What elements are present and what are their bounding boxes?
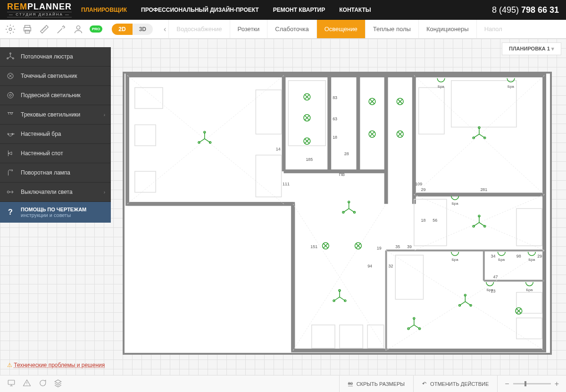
svg-text:281: 281 xyxy=(480,187,487,192)
view-3d-button[interactable]: 3D xyxy=(133,24,153,35)
svg-text:56: 56 xyxy=(433,218,437,223)
dims-badge: 80 xyxy=(348,381,353,386)
svg-text:47: 47 xyxy=(493,275,498,279)
undo-button[interactable]: ↶ ОТМЕНИТЬ ДЕЙСТВИЕ xyxy=(413,375,497,392)
view-2d-button[interactable]: 2D xyxy=(112,24,132,35)
item-label: Точечный светильник xyxy=(21,73,77,79)
undo-label: ОТМЕНИТЬ ДЕЙСТВИЕ xyxy=(430,381,489,387)
item-switches[interactable]: Выключатели света › xyxy=(0,183,111,202)
tab-lighting[interactable]: Освещение xyxy=(316,20,365,38)
item-label: Настенный бра xyxy=(21,131,61,137)
svg-point-105 xyxy=(9,94,12,97)
svg-rect-24 xyxy=(419,88,444,134)
layers-icon[interactable] xyxy=(54,379,62,389)
svg-text:29: 29 xyxy=(421,187,426,192)
item-label: Трековые светильники xyxy=(21,111,80,118)
svg-point-4 xyxy=(76,25,80,29)
zoom-out-button[interactable]: − xyxy=(505,380,509,388)
item-wallspot[interactable]: Настенный спот xyxy=(0,144,111,163)
settings-icon[interactable] xyxy=(5,24,16,35)
warning-icon[interactable] xyxy=(23,379,31,389)
svg-rect-31 xyxy=(340,325,363,348)
measure-icon[interactable] xyxy=(39,24,50,35)
svg-rect-22 xyxy=(256,155,281,197)
svg-text:39: 39 xyxy=(407,244,412,249)
app-header: REMPLANNER — СТУДИЯ ДИЗАЙНА — ПЛАНИРОВЩИ… xyxy=(0,0,566,20)
svg-text:14: 14 xyxy=(276,147,281,151)
pro-badge[interactable]: PRO xyxy=(90,25,102,33)
logo[interactable]: REMPLANNER — СТУДИЯ ДИЗАЙНА — xyxy=(7,2,72,17)
nav-planner[interactable]: ПЛАНИРОВЩИК xyxy=(81,7,127,13)
help-title: ПОМОЩЬ ПО ЧЕРТЕЖАМ xyxy=(21,207,86,212)
tab-lowcurrent[interactable]: Слаботочка xyxy=(267,20,316,38)
item-spotlight[interactable]: Точечный светильник xyxy=(0,67,111,86)
svg-text:109: 109 xyxy=(415,182,422,186)
tab-warmfloor[interactable]: Теплые полы xyxy=(365,20,418,38)
nav-contacts[interactable]: КОНТАКТЫ xyxy=(339,7,371,13)
svg-point-43 xyxy=(478,215,480,217)
svg-rect-30 xyxy=(312,325,335,348)
view-toggle: 2D 3D xyxy=(112,24,153,35)
svg-text:23: 23 xyxy=(491,289,496,293)
sconce-icon xyxy=(6,129,15,139)
svg-point-35 xyxy=(209,142,211,143)
svg-rect-18 xyxy=(135,88,163,108)
tab-aircon[interactable]: Кондиционеры xyxy=(418,20,476,38)
svg-text:Бра: Бра xyxy=(452,258,459,262)
svg-text:28: 28 xyxy=(344,151,349,156)
hide-dimensions-button[interactable]: 80 СКРЫТЬ РАЗМЕРЫ xyxy=(339,375,413,392)
phone-number[interactable]: 8 (495) 798 66 31 xyxy=(492,5,559,15)
svg-text:83: 83 xyxy=(333,95,337,100)
chat-icon[interactable] xyxy=(38,379,47,389)
tabs-prev-button[interactable]: ‹ xyxy=(161,20,168,38)
item-chandelier[interactable]: Потолочная люстра xyxy=(0,47,111,67)
bottom-bar: 80 СКРЫТЬ РАЗМЕРЫ ↶ ОТМЕНИТЬ ДЕЙСТВИЕ − … xyxy=(0,375,566,392)
logo-rem: REM xyxy=(7,2,27,11)
question-icon: ? xyxy=(6,208,15,217)
svg-text:29: 29 xyxy=(537,254,542,259)
hide-dims-label: СКРЫТЬ РАЗМЕРЫ xyxy=(357,381,405,387)
svg-text:32: 32 xyxy=(389,264,393,268)
item-label: Выключатели света xyxy=(21,189,73,195)
svg-rect-23 xyxy=(288,81,325,146)
svg-text:Бра: Бра xyxy=(508,84,515,89)
item-label: Поворотная лампа xyxy=(21,169,70,176)
svg-text:151: 151 xyxy=(310,244,317,249)
tab-water[interactable]: Водоснабжение xyxy=(168,20,229,38)
floorplan[interactable]: 125 233 75 Бра Бра Бра Бра Бра Бра Бра Б… xyxy=(123,72,552,355)
svg-text:Бра: Бра xyxy=(498,258,505,262)
print-icon[interactable] xyxy=(22,24,33,35)
svg-text:Бра: Бра xyxy=(526,288,533,292)
item-sconce[interactable]: Настенный бра xyxy=(0,125,111,144)
tab-flooring[interactable]: Напол xyxy=(476,20,510,38)
plan-selector[interactable]: ПЛАНИРОВКА 1 xyxy=(502,42,561,55)
tech-issues-link[interactable]: Технические проблемы и решения xyxy=(7,362,105,368)
item-swivel[interactable]: Поворотная лампа xyxy=(0,163,111,183)
chandelier-icon xyxy=(6,52,15,61)
zoom-in-button[interactable]: + xyxy=(555,380,559,388)
toolbar: PRO 2D 3D ‹ Водоснабжение Розетки Слабот… xyxy=(0,20,566,39)
item-pendant[interactable]: Подвесной светильник xyxy=(0,86,111,105)
svg-text:34: 34 xyxy=(491,254,496,259)
tab-sockets[interactable]: Розетки xyxy=(230,20,267,38)
svg-text:111: 111 xyxy=(283,182,290,186)
svg-text:19: 19 xyxy=(377,246,382,250)
svg-rect-29 xyxy=(516,318,542,339)
monitor-icon[interactable] xyxy=(7,379,16,389)
help-subtitle: инструкции и советы xyxy=(21,212,86,218)
svg-text:ПВ: ПВ xyxy=(339,172,345,177)
svg-text:Бра: Бра xyxy=(438,84,445,89)
item-track[interactable]: Трековые светильники › xyxy=(0,105,111,125)
tools-icon[interactable] xyxy=(56,24,67,35)
help-panel[interactable]: ? ПОМОЩЬ ПО ЧЕРТЕЖАМ инструкции и советы xyxy=(0,202,111,223)
svg-text:35: 35 xyxy=(395,244,400,249)
undo-icon: ↶ xyxy=(422,381,426,387)
person-icon[interactable] xyxy=(73,24,84,35)
svg-rect-3 xyxy=(25,30,29,33)
svg-rect-28 xyxy=(516,292,542,313)
svg-text:18: 18 xyxy=(333,135,337,140)
zoom-slider[interactable] xyxy=(513,383,551,384)
nav-renovation[interactable]: РЕМОНТ КВАРТИР xyxy=(273,7,325,13)
nav-design-project[interactable]: ПРОФЕССИОНАЛЬНЫЙ ДИЗАЙН-ПРОЕКТ xyxy=(141,7,259,13)
chevron-right-icon: › xyxy=(104,112,105,117)
